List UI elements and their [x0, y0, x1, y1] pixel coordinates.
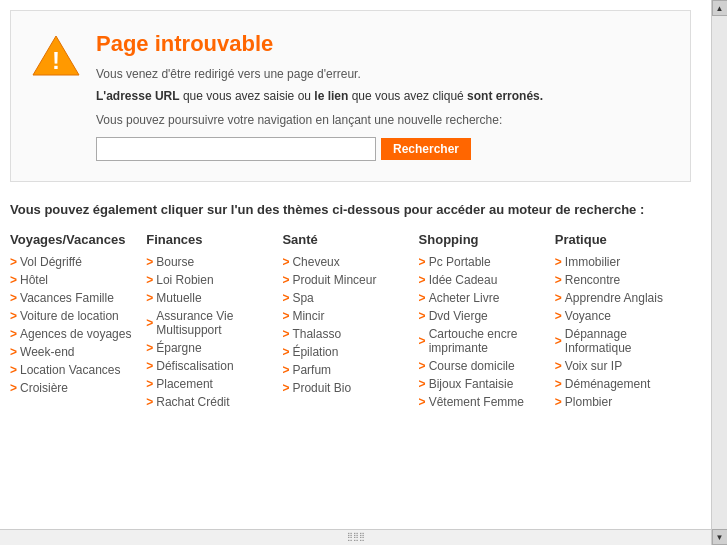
arrow-icon: > [282, 273, 289, 287]
arrow-icon: > [146, 273, 153, 287]
arrow-icon: > [282, 381, 289, 395]
error-strong: sont erronés. [467, 89, 543, 103]
category-link[interactable]: > Rencontre [555, 273, 681, 287]
category-link[interactable]: > Voiture de location [10, 309, 136, 323]
category-link[interactable]: > Idée Cadeau [419, 273, 545, 287]
arrow-icon: > [282, 345, 289, 359]
category-link[interactable]: > Apprendre Anglais [555, 291, 681, 305]
category-title-4: Pratique [555, 232, 681, 247]
list-item: > Déménagement [555, 377, 681, 391]
list-item: > Cartouche encre imprimante [419, 327, 545, 355]
arrow-icon: > [282, 309, 289, 323]
arrow-icon: > [146, 341, 153, 355]
category-link[interactable]: > Épilation [282, 345, 408, 359]
arrow-icon: > [10, 381, 17, 395]
category-col-2: Santé> Cheveux> Produit Minceur> Spa> Mi… [282, 232, 418, 413]
list-item: > Dépannage Informatique [555, 327, 681, 355]
category-title-3: Shopping [419, 232, 545, 247]
search-row: Rechercher [96, 137, 543, 161]
category-link[interactable]: > Croisière [10, 381, 136, 395]
list-item: > Dvd Vierge [419, 309, 545, 323]
arrow-icon: > [282, 291, 289, 305]
category-link[interactable]: > Agences de voyages [10, 327, 136, 341]
url-label: L'adresse URL [96, 89, 180, 103]
list-item: > Parfum [282, 363, 408, 377]
arrow-icon: > [146, 359, 153, 373]
category-link[interactable]: > Cartouche encre imprimante [419, 327, 545, 355]
category-link[interactable]: > Placement [146, 377, 272, 391]
category-title-0: Voyages/Vacances [10, 232, 136, 247]
category-link[interactable]: > Produit Minceur [282, 273, 408, 287]
category-link[interactable]: > Spa [282, 291, 408, 305]
category-link[interactable]: > Défiscalisation [146, 359, 272, 373]
arrow-icon: > [10, 327, 17, 341]
category-link[interactable]: > Voyance [555, 309, 681, 323]
list-item: > Bijoux Fantaisie [419, 377, 545, 391]
category-link[interactable]: > Week-end [10, 345, 136, 359]
list-item: > Location Vacances [10, 363, 136, 377]
category-link[interactable]: > Déménagement [555, 377, 681, 391]
svg-text:!: ! [52, 47, 60, 74]
category-link[interactable]: > Plombier [555, 395, 681, 409]
arrow-icon: > [419, 334, 426, 348]
category-link[interactable]: > Pc Portable [419, 255, 545, 269]
category-link[interactable]: > Thalasso [282, 327, 408, 341]
scroll-down-button[interactable]: ▼ [712, 529, 728, 545]
list-item: > Cheveux [282, 255, 408, 269]
list-item: > Thalasso [282, 327, 408, 341]
list-item: > Assurance Vie Multisupport [146, 309, 272, 337]
list-item: > Apprendre Anglais [555, 291, 681, 305]
arrow-icon: > [10, 345, 17, 359]
category-link[interactable]: > Dvd Vierge [419, 309, 545, 323]
arrow-icon: > [10, 291, 17, 305]
category-link[interactable]: > Voix sur IP [555, 359, 681, 373]
category-link[interactable]: > Produit Bio [282, 381, 408, 395]
category-link[interactable]: > Vêtement Femme [419, 395, 545, 409]
list-item: > Mutuelle [146, 291, 272, 305]
search-input[interactable] [96, 137, 376, 161]
category-link[interactable]: > Acheter Livre [419, 291, 545, 305]
category-link[interactable]: > Vol Dégriffé [10, 255, 136, 269]
list-item: > Rencontre [555, 273, 681, 287]
category-link[interactable]: > Location Vacances [10, 363, 136, 377]
category-link[interactable]: > Mutuelle [146, 291, 272, 305]
arrow-icon: > [282, 327, 289, 341]
scroll-up-button[interactable]: ▲ [712, 0, 728, 16]
arrow-icon: > [10, 255, 17, 269]
error-instruction: Vous pouvez poursuivre votre navigation … [96, 113, 543, 127]
category-link[interactable]: > Loi Robien [146, 273, 272, 287]
category-link[interactable]: > Assurance Vie Multisupport [146, 309, 272, 337]
category-title-2: Santé [282, 232, 408, 247]
list-item: > Course domicile [419, 359, 545, 373]
list-item: > Produit Bio [282, 381, 408, 395]
arrow-icon: > [282, 363, 289, 377]
link-label: le lien [314, 89, 348, 103]
search-button[interactable]: Rechercher [381, 138, 471, 160]
list-item: > Mincir [282, 309, 408, 323]
category-link[interactable]: > Dépannage Informatique [555, 327, 681, 355]
list-item: > Vêtement Femme [419, 395, 545, 409]
list-item: > Voyance [555, 309, 681, 323]
list-item: > Voix sur IP [555, 359, 681, 373]
category-link[interactable]: > Mincir [282, 309, 408, 323]
category-link[interactable]: > Vacances Famille [10, 291, 136, 305]
category-link[interactable]: > Parfum [282, 363, 408, 377]
error-box: ! Page introuvable Vous venez d'être red… [10, 10, 691, 182]
category-link[interactable]: > Cheveux [282, 255, 408, 269]
category-link[interactable]: > Immobilier [555, 255, 681, 269]
arrow-icon: > [555, 395, 562, 409]
category-col-3: Shopping> Pc Portable> Idée Cadeau> Ache… [419, 232, 555, 413]
list-item: > Pc Portable [419, 255, 545, 269]
arrow-icon: > [146, 377, 153, 391]
category-link[interactable]: > Bijoux Fantaisie [419, 377, 545, 391]
category-link[interactable]: > Épargne [146, 341, 272, 355]
scrollbar-bottom[interactable]: ⣿⣿⣿ [0, 529, 711, 545]
error-content: Page introuvable Vous venez d'être redir… [96, 31, 543, 161]
list-item: > Défiscalisation [146, 359, 272, 373]
arrow-icon: > [419, 273, 426, 287]
scrollbar-right[interactable]: ▲ ▼ [711, 0, 727, 545]
category-link[interactable]: > Course domicile [419, 359, 545, 373]
category-link[interactable]: > Rachat Crédit [146, 395, 272, 409]
category-link[interactable]: > Bourse [146, 255, 272, 269]
category-link[interactable]: > Hôtel [10, 273, 136, 287]
